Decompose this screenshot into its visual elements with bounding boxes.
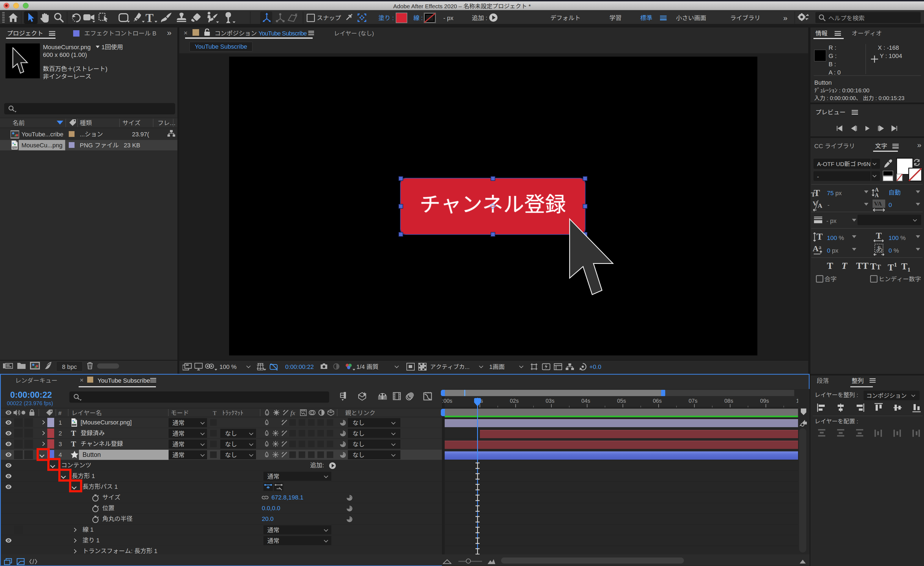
svg-text:A: A — [818, 202, 822, 209]
svg-text:a: a — [819, 244, 821, 250]
svg-text:A: A — [875, 192, 879, 198]
svg-text:T: T — [876, 231, 882, 241]
svg-text:あ: あ — [876, 245, 883, 252]
svg-text:T: T — [816, 231, 823, 242]
svg-text:A: A — [875, 187, 879, 193]
svg-text:A: A — [813, 244, 819, 253]
svg-text:PNG: PNG — [12, 147, 17, 149]
